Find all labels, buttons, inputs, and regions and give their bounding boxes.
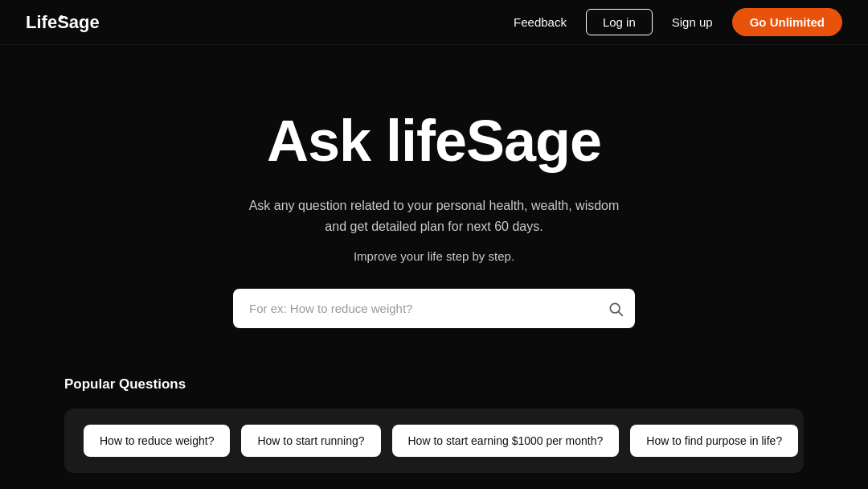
- popular-title: Popular Questions: [64, 376, 804, 392]
- main-content: Ask lifeSage Ask any question related to…: [0, 45, 868, 473]
- search-input[interactable]: [233, 289, 635, 328]
- feedback-link[interactable]: Feedback: [514, 15, 567, 29]
- popular-cards: How to reduce weight?How to start runnin…: [84, 425, 784, 457]
- svg-point-0: [59, 15, 63, 19]
- question-card[interactable]: How to find purpose in life?: [630, 425, 798, 457]
- header-nav: Feedback Log in Sign up Go Unlimited: [514, 8, 842, 36]
- hero-subtitle: Ask any question related to your persona…: [241, 195, 627, 236]
- svg-line-2: [619, 312, 623, 316]
- login-button[interactable]: Log in: [586, 9, 653, 35]
- logo: LifeSage: [26, 12, 100, 33]
- go-unlimited-button[interactable]: Go Unlimited: [732, 8, 842, 36]
- logo-text: LifeSage: [26, 12, 100, 33]
- question-card[interactable]: How to reduce weight?: [84, 425, 230, 457]
- hero-tagline: Improve your life step by step.: [354, 249, 514, 263]
- hero-title: Ask lifeSage: [267, 109, 601, 173]
- header: LifeSage Feedback Log in Sign up Go Unli…: [0, 0, 868, 45]
- search-icon: [608, 301, 624, 317]
- search-button[interactable]: [608, 301, 624, 317]
- popular-section: Popular Questions How to reduce weight?H…: [0, 376, 868, 473]
- question-card[interactable]: How to start earning $1000 per month?: [392, 425, 620, 457]
- search-container: [233, 289, 635, 328]
- question-card[interactable]: How to start running?: [241, 425, 380, 457]
- popular-cards-container: How to reduce weight?How to start runnin…: [64, 409, 804, 473]
- signup-link[interactable]: Sign up: [672, 15, 713, 29]
